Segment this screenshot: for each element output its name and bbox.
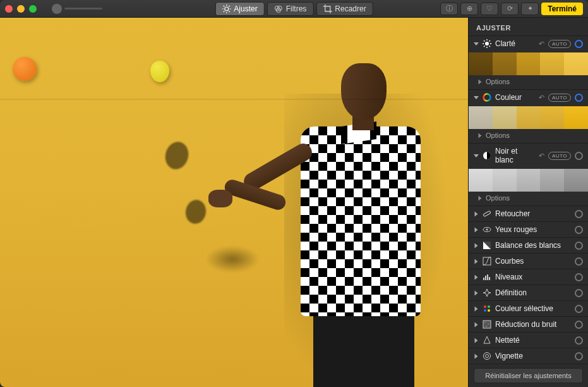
enable-ring-icon[interactable] bbox=[575, 257, 583, 266]
section-definition: Définition bbox=[469, 285, 588, 300]
photo-subject-person bbox=[278, 63, 442, 386]
favorite-button[interactable]: ♡ bbox=[481, 3, 498, 15]
zoom-slider[interactable] bbox=[52, 4, 102, 14]
section-vignette-header[interactable]: Vignette bbox=[469, 348, 588, 364]
svg-point-18 bbox=[484, 322, 486, 323]
tab-filters[interactable]: Filtres bbox=[267, 2, 314, 16]
enable-ring-icon[interactable] bbox=[575, 40, 583, 48]
chevron-right-icon bbox=[475, 290, 478, 295]
section-color: Couleur ↶ AUTO Options bbox=[469, 89, 588, 143]
section-selcolor-label: Couleur sélective bbox=[495, 304, 571, 313]
selective-color-icon bbox=[483, 304, 491, 313]
info-button[interactable]: ⓘ bbox=[440, 3, 458, 15]
section-color-label: Couleur bbox=[495, 93, 535, 102]
color-options-row[interactable]: Options bbox=[469, 129, 588, 143]
noise-icon bbox=[483, 320, 491, 329]
tab-adjust-label: Ajuster bbox=[234, 4, 257, 13]
auto-button[interactable]: AUTO bbox=[548, 94, 571, 102]
section-vignette: Vignette bbox=[469, 348, 588, 364]
enhance-button[interactable]: ✦ bbox=[521, 3, 539, 15]
svg-point-20 bbox=[486, 326, 487, 327]
chevron-right-icon bbox=[475, 243, 478, 248]
section-redeye-header[interactable]: Yeux rouges bbox=[469, 222, 588, 237]
more-button[interactable]: ⊕ bbox=[460, 3, 478, 15]
color-thumbs[interactable] bbox=[469, 106, 588, 129]
enable-ring-icon[interactable] bbox=[575, 336, 583, 345]
chevron-right-icon bbox=[479, 133, 482, 138]
section-sharpen-header[interactable]: Netteté bbox=[469, 333, 588, 348]
svg-point-12 bbox=[484, 305, 486, 308]
enable-ring-icon[interactable] bbox=[575, 242, 583, 250]
tab-crop[interactable]: Recadrer bbox=[316, 2, 373, 16]
section-wb: Balance des blancs bbox=[469, 237, 588, 253]
auto-button[interactable]: AUTO bbox=[548, 152, 571, 160]
section-curves-header[interactable]: Courbes bbox=[469, 254, 588, 269]
section-noise: Réduction du bruit bbox=[469, 316, 588, 332]
edit-mode-tabs: Ajuster Filtres Recadrer bbox=[215, 2, 373, 16]
enable-ring-icon[interactable] bbox=[575, 94, 583, 102]
enable-ring-icon[interactable] bbox=[575, 352, 583, 360]
section-retouch-label: Retoucher bbox=[495, 209, 571, 218]
enable-ring-icon[interactable] bbox=[575, 273, 583, 281]
section-levels: Niveaux bbox=[469, 269, 588, 285]
enable-ring-icon[interactable] bbox=[575, 152, 583, 160]
info-icon: ⓘ bbox=[446, 4, 453, 13]
section-wb-header[interactable]: Balance des blancs bbox=[469, 238, 588, 253]
svg-point-5 bbox=[484, 94, 491, 101]
section-bw-header[interactable]: Noir et blanc ↶ AUTO bbox=[469, 144, 588, 168]
undo-icon[interactable]: ↶ bbox=[539, 40, 544, 48]
section-redeye: Yeux rouges bbox=[469, 221, 588, 237]
curves-icon bbox=[483, 257, 491, 266]
enable-ring-icon[interactable] bbox=[575, 289, 583, 297]
section-selcolor: Couleur sélective bbox=[469, 300, 588, 316]
titlebar: Ajuster Filtres Recadrer ⓘ ⊕ ♡ ⟳ ✦ Termi… bbox=[0, 0, 588, 18]
section-retouch-header[interactable]: Retoucher bbox=[469, 206, 588, 221]
light-thumbs[interactable] bbox=[469, 52, 588, 75]
enable-ring-icon[interactable] bbox=[575, 226, 583, 234]
adjust-sidebar: AJUSTER Clarté ↶ AUTO bbox=[468, 18, 588, 387]
light-options-row[interactable]: Options bbox=[469, 75, 588, 89]
more-icon: ⊕ bbox=[467, 4, 472, 13]
chevron-right-icon bbox=[475, 306, 478, 311]
heart-icon: ♡ bbox=[486, 4, 493, 13]
close-window-button[interactable] bbox=[5, 5, 13, 13]
reset-adjustments-button[interactable]: Réinitialiser les ajustements bbox=[474, 368, 583, 383]
enable-ring-icon[interactable] bbox=[575, 210, 583, 218]
enable-ring-icon[interactable] bbox=[575, 305, 583, 313]
photo-object-lemon bbox=[150, 61, 169, 82]
chevron-right-icon bbox=[475, 259, 478, 264]
color-options-label: Options bbox=[486, 132, 510, 139]
section-light-header[interactable]: Clarté ↶ AUTO bbox=[469, 36, 588, 51]
enable-ring-icon[interactable] bbox=[575, 321, 583, 329]
section-noise-header[interactable]: Réduction du bruit bbox=[469, 317, 588, 332]
photo-object-orange bbox=[13, 57, 37, 81]
chevron-right-icon bbox=[479, 79, 482, 84]
bw-options-row[interactable]: Options bbox=[469, 192, 588, 206]
fullscreen-window-button[interactable] bbox=[29, 5, 37, 13]
chevron-down-icon bbox=[474, 154, 479, 157]
auto-button[interactable]: AUTO bbox=[548, 40, 571, 48]
svg-point-0 bbox=[224, 7, 228, 11]
light-icon bbox=[483, 39, 491, 48]
section-selcolor-header[interactable]: Couleur sélective bbox=[469, 301, 588, 316]
svg-point-13 bbox=[488, 305, 490, 308]
svg-point-14 bbox=[484, 309, 486, 312]
chevron-right-icon bbox=[475, 274, 478, 280]
undo-icon[interactable]: ↶ bbox=[539, 94, 544, 102]
done-button[interactable]: Terminé bbox=[541, 3, 583, 15]
minimize-window-button[interactable] bbox=[17, 5, 25, 13]
section-redeye-label: Yeux rouges bbox=[495, 225, 571, 234]
svg-point-15 bbox=[488, 309, 490, 312]
bandage-icon bbox=[483, 209, 491, 218]
section-levels-header[interactable]: Niveaux bbox=[469, 269, 588, 285]
photo-canvas[interactable] bbox=[0, 18, 468, 387]
photo-content bbox=[0, 18, 468, 387]
section-color-header[interactable]: Couleur ↶ AUTO bbox=[469, 90, 588, 105]
tab-adjust[interactable]: Ajuster bbox=[215, 2, 264, 16]
section-definition-header[interactable]: Définition bbox=[469, 285, 588, 300]
rotate-button[interactable]: ⟳ bbox=[501, 3, 519, 15]
undo-icon[interactable]: ↶ bbox=[539, 152, 544, 160]
bw-thumbs[interactable] bbox=[469, 169, 588, 192]
svg-rect-11 bbox=[483, 257, 491, 265]
sharpen-icon bbox=[483, 336, 491, 345]
